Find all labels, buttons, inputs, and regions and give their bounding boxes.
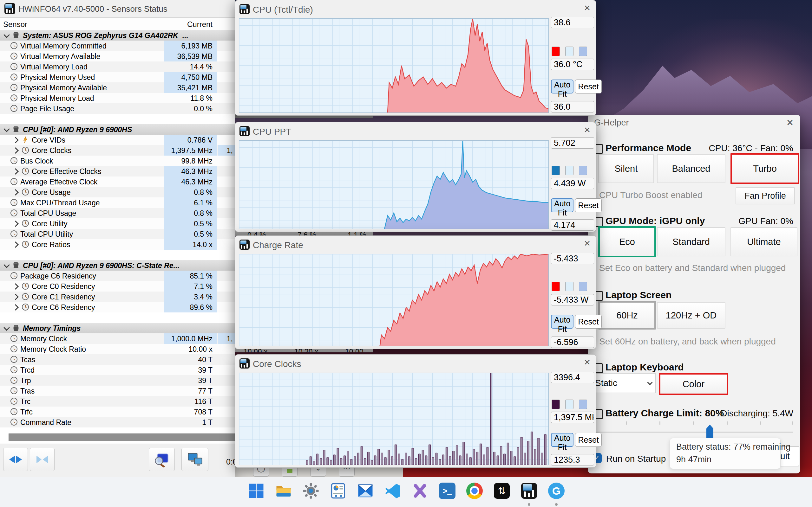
sensor-row[interactable]: Bus Clock99.8 MHz [0, 156, 235, 166]
chevron-right-icon[interactable] [12, 168, 19, 175]
sensor-row[interactable]: Core VIDs0.786 V [0, 135, 235, 145]
chevron-right-icon[interactable] [12, 283, 19, 290]
hwinfo-titlebar[interactable]: HWiNFO64 v7.40-5000 - Sensors Status [0, 0, 235, 18]
sensor-row[interactable]: Core Effective Clocks46.3 MHz [0, 166, 235, 176]
steps-recorder-icon[interactable]: ⇅ [493, 482, 511, 500]
chevron-right-icon[interactable] [12, 304, 19, 311]
battery-limit-slider-track[interactable] [593, 432, 793, 433]
chevron-right-icon[interactable] [12, 189, 19, 195]
auto-fit-button[interactable]: Auto Fit [551, 79, 573, 94]
chrome-icon[interactable] [465, 482, 484, 500]
balanced-button[interactable]: Balanced [657, 154, 725, 183]
screen-magnifier-button[interactable] [149, 448, 175, 471]
120hz-button[interactable]: 120Hz + OD [657, 302, 725, 329]
powershell-icon[interactable]: >_ [438, 482, 456, 500]
sensor-row[interactable]: Physical Memory Load11.8 % [0, 93, 235, 103]
sensor-row[interactable]: Virtual Memory Load14.4 % [0, 61, 235, 72]
reset-button[interactable]: Reset [575, 199, 601, 212]
auto-fit-button[interactable]: Auto Fit [551, 433, 573, 447]
hwinfo-taskbar-icon[interactable] [520, 482, 538, 500]
chevron-down-icon[interactable] [3, 32, 10, 38]
chevron-right-icon[interactable] [12, 137, 19, 143]
sensor-section-row[interactable]: Memory Timings [0, 323, 235, 333]
auto-fit-button[interactable]: Auto Fit [551, 199, 573, 212]
sensor-row[interactable]: Trfc708 T [0, 406, 235, 417]
visual-studio-icon[interactable] [411, 482, 429, 500]
sensor-row[interactable]: Core Ratios14.0 x [0, 239, 235, 250]
column-sensor[interactable]: Sensor [3, 20, 27, 29]
settings-icon[interactable] [302, 482, 320, 500]
close-icon[interactable]: × [786, 116, 793, 129]
reset-button[interactable]: Reset [575, 433, 601, 447]
sensor-row[interactable]: Virtual Memory Available36,539 MB [0, 51, 235, 61]
chevron-right-icon[interactable] [12, 294, 19, 300]
sensor-row[interactable]: Max CPU/Thread Usage6.1 % [0, 198, 235, 208]
sensor-section-row[interactable]: System: ASUS ROG Zephyrus G14 GA402RK_..… [0, 30, 235, 41]
graph-min-value: 1235.3 [551, 454, 594, 465]
sensor-section-row[interactable]: CPU [#0]: AMD Ryzen 9 6900HS: C-State Re… [0, 260, 235, 271]
sensor-row[interactable]: Core C6 Residency89.6 % [0, 302, 235, 313]
graph-color-swatches[interactable] [552, 282, 587, 291]
file-explorer-icon[interactable] [274, 482, 293, 500]
graph-color-swatches[interactable] [552, 400, 587, 409]
sensor-row[interactable]: Core Usage0.8 % [0, 187, 235, 198]
fan-profile-button[interactable]: Fan Profile [735, 187, 795, 205]
graph-current-value: 36.0 °C [551, 59, 594, 70]
sensor-row[interactable]: Memory Clock Ratio10.00 x [0, 344, 235, 354]
chevron-down-icon[interactable] [3, 126, 10, 132]
eco-button[interactable]: Eco [598, 226, 656, 257]
sensor-row[interactable]: Average Effective Clock46.3 MHz [0, 176, 235, 187]
sensor-row[interactable]: Command Rate1 T [0, 417, 235, 428]
sensor-row[interactable]: Physical Memory Used4,750 MB [0, 72, 235, 82]
mail-icon[interactable] [356, 482, 374, 500]
chevron-down-icon[interactable] [3, 325, 10, 331]
expand-columns-button[interactable] [3, 448, 28, 471]
chevron-right-icon[interactable] [12, 147, 19, 154]
sensor-row[interactable]: Trc116 T [0, 396, 235, 406]
start-button[interactable] [247, 482, 265, 500]
empty-row[interactable] [0, 250, 235, 260]
sensor-row[interactable]: Core Clocks1,397.5 MHz1, [0, 145, 235, 156]
60hz-button[interactable]: 60Hz [598, 301, 656, 330]
collapse-columns-button[interactable] [30, 448, 55, 471]
sensor-row[interactable]: Core C1 Residency3.4 % [0, 291, 235, 302]
keyboard-mode-dropdown[interactable]: Static [591, 373, 656, 393]
sensor-row[interactable]: Physical Memory Available35,421 MB [0, 82, 235, 93]
ghelper-taskbar-icon[interactable]: G [547, 482, 565, 500]
silent-button[interactable]: Silent [598, 154, 654, 183]
sensor-label: Memory Clock Ratio [20, 345, 86, 354]
graph-color-swatches[interactable] [552, 166, 587, 175]
standard-button[interactable]: Standard [657, 227, 725, 257]
sensor-row[interactable]: Page File Usage0.0 % [0, 103, 235, 114]
battery-limit-slider-thumb[interactable] [706, 425, 713, 439]
empty-row[interactable] [0, 114, 235, 124]
remote-monitors-button[interactable] [182, 448, 208, 471]
sensor-row[interactable]: Total CPU Usage0.8 % [0, 208, 235, 218]
sensor-section-row[interactable]: CPU [#0]: AMD Ryzen 9 6900HS [0, 124, 235, 135]
sensor-row[interactable]: Trp39 T [0, 375, 235, 386]
sensor-row[interactable]: Tcas40 T [0, 354, 235, 365]
sensor-row[interactable]: Memory Clock1,000.0 MHz1, [0, 333, 235, 344]
chevron-right-icon[interactable] [12, 241, 19, 248]
turbo-button[interactable]: Turbo [730, 153, 799, 184]
keyboard-color-button[interactable]: Color [659, 373, 728, 395]
sensor-row[interactable]: Trcd39 T [0, 365, 235, 375]
horizontal-scrollbar[interactable] [9, 434, 235, 441]
sensor-row[interactable]: Virtual Memory Committed6,193 MB [0, 41, 235, 51]
column-current[interactable]: Current [162, 20, 212, 29]
sensor-row[interactable]: Total CPU Utility0.5 % [0, 229, 235, 239]
auto-fit-button[interactable]: Auto Fit [551, 315, 573, 329]
sensor-row[interactable]: Core Utility0.5 % [0, 218, 235, 229]
graph-color-swatches[interactable] [552, 47, 587, 56]
empty-row[interactable] [0, 313, 235, 323]
ultimate-button[interactable]: Ultimate [730, 227, 798, 257]
reset-button[interactable]: Reset [575, 315, 601, 329]
chevron-right-icon[interactable] [12, 221, 19, 227]
sensor-row[interactable]: Tras77 T [0, 386, 235, 396]
vscode-icon[interactable] [384, 482, 402, 500]
system-monitor-icon[interactable] [329, 482, 347, 500]
reset-button[interactable]: Reset [575, 79, 601, 94]
chevron-down-icon[interactable] [3, 262, 10, 268]
sensor-row[interactable]: Package C6 Residency85.1 % [0, 271, 235, 281]
sensor-row[interactable]: Core C0 Residency7.1 % [0, 281, 235, 291]
